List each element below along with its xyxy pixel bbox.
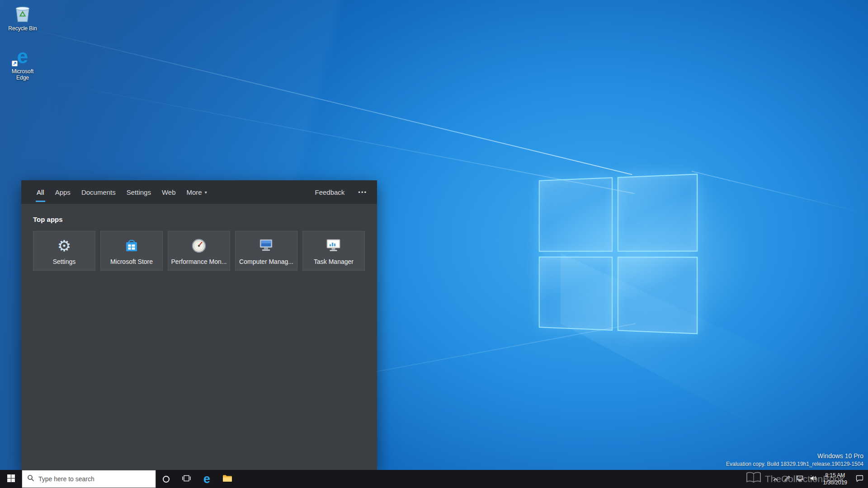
logo-pane <box>617 257 698 334</box>
task-manager-icon <box>325 237 342 255</box>
network-tray-button[interactable] <box>793 470 807 488</box>
feedback-button[interactable]: Feedback <box>315 188 344 196</box>
tab-web[interactable]: Web <box>156 180 181 204</box>
build-label: Evaluation copy. Build 18329.19h1_releas… <box>726 461 863 467</box>
search-icon <box>27 474 34 483</box>
top-apps-heading: Top apps <box>33 216 365 223</box>
taskbar: e <box>0 470 868 488</box>
edge-taskbar-button[interactable]: e <box>197 470 217 488</box>
task-view-button[interactable] <box>176 470 197 488</box>
recycle-bin-label: Recycle Bin <box>8 25 37 32</box>
shortcut-arrow-icon <box>12 61 18 66</box>
tile-computer-management[interactable]: Computer Manag... <box>235 231 297 271</box>
logo-pane <box>539 177 613 252</box>
system-tray: 8:15 AM 1/30/2019 <box>770 470 868 488</box>
build-watermark: Windows 10 Pro Evaluation copy. Build 18… <box>726 452 863 467</box>
volume-icon <box>810 475 816 483</box>
logo-pane <box>617 174 698 251</box>
performance-gauge-icon <box>191 237 207 255</box>
overflow-menu-button[interactable]: ••• <box>358 189 367 196</box>
file-explorer-icon <box>222 474 232 484</box>
screen: Recycle Bin e Microsoft Edge All Apps Do… <box>0 0 868 488</box>
search-panel-content: Top apps ⚙ Settings <box>21 204 377 282</box>
top-apps-row: ⚙ Settings M <box>33 231 365 271</box>
store-bag-icon <box>124 237 139 255</box>
tab-apps[interactable]: Apps <box>50 180 76 204</box>
search-tab-bar: All Apps Documents Settings Web More ▾ F… <box>21 180 377 204</box>
windows-start-icon <box>7 474 15 484</box>
tab-all[interactable]: All <box>31 180 50 204</box>
taskbar-search-box[interactable] <box>22 470 156 488</box>
recycle-bin-glyph <box>12 4 33 24</box>
light-beam <box>0 68 635 194</box>
taskbar-clock[interactable]: 8:15 AM 1/30/2019 <box>820 472 851 486</box>
edge-desktop-label: Microsoft Edge <box>5 68 41 81</box>
file-explorer-button[interactable] <box>217 470 237 488</box>
computer-management-icon <box>258 237 275 255</box>
tab-documents[interactable]: Documents <box>76 180 121 204</box>
tab-bar-right: Feedback ••• <box>315 180 367 204</box>
pen-tray-button[interactable] <box>781 470 793 488</box>
tab-more[interactable]: More ▾ <box>181 180 212 204</box>
wallpaper-windows-logo <box>539 174 698 334</box>
settings-gear-icon: ⚙ <box>57 237 71 255</box>
show-hidden-icons-button[interactable] <box>770 470 781 488</box>
edge-icon: e <box>203 473 210 485</box>
edge-desktop-icon[interactable]: e Microsoft Edge <box>5 46 41 81</box>
edition-label: Windows 10 Pro <box>726 452 863 460</box>
search-flyout-panel: All Apps Documents Settings Web More ▾ F… <box>21 180 377 470</box>
action-center-button[interactable] <box>851 470 868 488</box>
start-button[interactable] <box>0 470 22 488</box>
tab-settings[interactable]: Settings <box>121 180 156 204</box>
tile-microsoft-store[interactable]: Microsoft Store <box>100 231 163 271</box>
logo-pane <box>539 256 613 331</box>
chevron-down-icon: ▾ <box>205 190 207 195</box>
clock-date: 1/30/2019 <box>823 479 847 486</box>
task-view-icon <box>182 475 191 483</box>
tile-performance-monitor[interactable]: Performance Mon... <box>168 231 230 271</box>
recycle-bin-icon[interactable]: Recycle Bin <box>5 4 41 32</box>
search-input[interactable] <box>38 475 151 483</box>
cortana-icon <box>163 476 170 483</box>
light-beam <box>0 16 632 175</box>
clock-time: 8:15 AM <box>823 472 847 479</box>
action-center-icon <box>856 475 863 483</box>
tile-task-manager[interactable]: Task Manager <box>302 231 365 271</box>
tile-settings[interactable]: ⚙ Settings <box>33 231 95 271</box>
edge-glyph: e <box>12 46 33 67</box>
network-icon <box>797 475 803 483</box>
pen-icon <box>784 475 790 483</box>
volume-tray-button[interactable] <box>807 470 820 488</box>
cortana-button[interactable] <box>156 470 176 488</box>
chevron-up-icon <box>773 475 778 483</box>
